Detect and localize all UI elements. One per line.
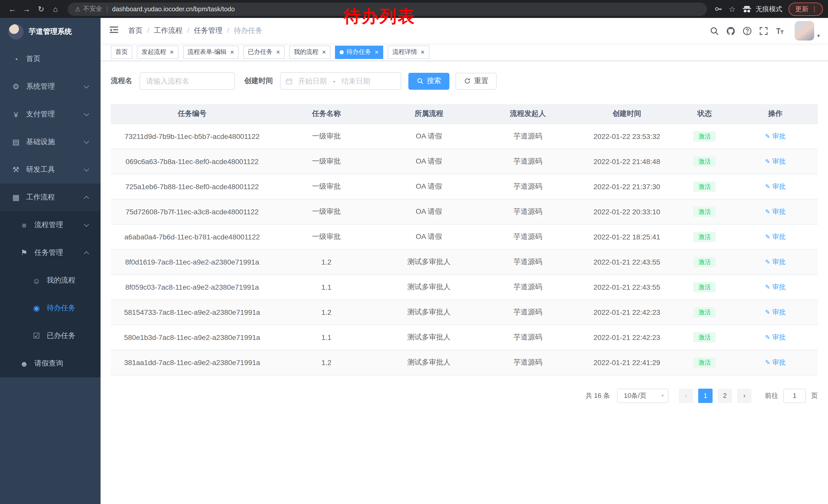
cell-task-name: 1.2 <box>274 249 379 274</box>
breadcrumb-item[interactable]: 待办任务 <box>234 26 262 35</box>
key-icon[interactable] <box>714 5 722 13</box>
cell-task-id: a6aba0a4-7b6d-11ec-b781-acde48001122 <box>111 224 274 249</box>
tab[interactable]: 流程表单-编辑 × <box>183 45 239 59</box>
cell-actions: ✎ 审批 <box>733 350 818 375</box>
edit-icon: ✎ <box>765 258 770 265</box>
chevron-icon <box>84 196 89 201</box>
edit-icon: ✎ <box>765 183 770 190</box>
edit-icon: ✎ <box>765 133 770 140</box>
table-row: 8f059c03-7ac8-11ec-a9e2-a2380e71991a 1.1… <box>111 274 818 300</box>
sidebar-menu: ◔ 首页 ⚙ 系统管理 ¥ 支付管理 ▤ 基 <box>0 45 100 377</box>
cell-task-name: 一级审批 <box>274 149 379 174</box>
process-name-input[interactable] <box>139 72 235 90</box>
cell-status: 激活 <box>676 300 733 325</box>
cell-actions: ✎ 审批 <box>733 199 818 224</box>
approve-button[interactable]: ✎ 审批 <box>765 282 786 291</box>
search-icon[interactable] <box>706 22 723 39</box>
prev-page-button[interactable]: ‹ <box>679 388 693 403</box>
update-button[interactable]: 更新 ⋮ <box>788 2 823 16</box>
breadcrumb-item[interactable]: 工作流程 <box>154 26 194 35</box>
date-range-picker[interactable]: - <box>280 72 401 90</box>
bookmark-star-icon[interactable]: ☆ <box>729 4 736 13</box>
cell-actions: ✎ 审批 <box>733 325 818 350</box>
approve-button[interactable]: ✎ 审批 <box>765 257 786 266</box>
approve-button[interactable]: ✎ 审批 <box>765 332 786 342</box>
cell-starter: 芋道源码 <box>479 199 577 224</box>
sidebar-menu-item[interactable]: ⚙ 系统管理 <box>0 73 100 100</box>
breadcrumb-item[interactable]: 任务管理 <box>194 26 234 35</box>
chevron-icon <box>84 166 89 172</box>
address-bar[interactable]: ⚠ 不安全 | dashboard.yudao.iocoder.cn/bpm/t… <box>68 2 707 16</box>
close-icon[interactable]: × <box>322 49 326 55</box>
column-header: 所属流程 <box>379 104 479 124</box>
tab[interactable]: 我的流程 × <box>289 45 331 59</box>
tab[interactable]: 待办任务 × <box>335 45 383 59</box>
cell-actions: ✎ 审批 <box>733 249 818 274</box>
cell-create-time: 2022-01-22 21:37:30 <box>577 174 676 199</box>
end-date-input[interactable] <box>336 77 375 85</box>
approve-button[interactable]: ✎ 审批 <box>765 307 786 317</box>
sidebar-menu-item[interactable]: ≡ 流程管理 <box>0 211 100 239</box>
close-icon[interactable]: × <box>276 49 280 55</box>
next-page-button[interactable]: › <box>737 388 752 403</box>
cell-create-time: 2022-01-22 21:48:48 <box>577 149 676 174</box>
cell-task-name: 1.2 <box>274 300 379 325</box>
cell-task-id: 8f059c03-7ac8-11ec-a9e2-a2380e71991a <box>111 274 274 300</box>
kebab-menu-icon[interactable]: ⋮ <box>811 5 818 13</box>
range-separator: - <box>333 77 335 85</box>
approve-button[interactable]: ✎ 审批 <box>765 207 786 216</box>
approve-button[interactable]: ✎ 审批 <box>765 132 786 141</box>
home-button[interactable]: ⌂ <box>48 2 63 16</box>
close-icon[interactable]: × <box>230 49 234 55</box>
user-icon: ☻ <box>18 359 30 368</box>
tab[interactable]: 首页 <box>111 45 132 59</box>
tab[interactable]: 已办任务 × <box>243 45 285 59</box>
back-button[interactable]: ← <box>5 2 19 16</box>
menu-item-label: 我的流程 <box>47 276 75 285</box>
sidebar-menu-item[interactable]: ¥ 支付管理 <box>0 100 100 128</box>
page-number-button[interactable]: 1 <box>698 388 713 403</box>
reset-button[interactable]: 重置 <box>456 73 497 89</box>
close-icon[interactable]: × <box>170 49 174 55</box>
tab[interactable]: 发起流程 × <box>137 45 178 59</box>
sidebar-menu-item[interactable]: ☻ 请假查询 <box>0 350 100 377</box>
approve-button[interactable]: ✎ 审批 <box>765 232 786 241</box>
cell-actions: ✎ 审批 <box>733 224 818 249</box>
user-avatar[interactable] <box>795 21 814 41</box>
github-icon[interactable] <box>723 22 739 39</box>
help-icon[interactable] <box>739 22 756 39</box>
sidebar-menu-item[interactable]: ☑ 已办任务 <box>0 322 100 350</box>
table-row: a6aba0a4-7b6d-11ec-b781-acde48001122 一级审… <box>111 224 818 249</box>
cell-starter: 芋道源码 <box>479 325 577 350</box>
sidebar-menu-item[interactable]: ☺ 我的流程 <box>0 267 100 294</box>
jump-page-input[interactable] <box>783 388 806 403</box>
sidebar-menu-item[interactable]: ⚑ 任务管理 <box>0 239 100 267</box>
tab[interactable]: 流程详情 × <box>388 45 429 59</box>
search-button[interactable]: 搜索 <box>408 73 449 89</box>
approve-button[interactable]: ✎ 审批 <box>765 358 786 367</box>
sidebar-menu-item[interactable]: ◔ 首页 <box>0 45 100 73</box>
column-header: 创建时间 <box>577 104 676 124</box>
approve-button[interactable]: ✎ 审批 <box>765 182 786 191</box>
forward-button[interactable]: → <box>19 2 34 16</box>
page-number-button[interactable]: 2 <box>718 388 732 403</box>
approve-button[interactable]: ✎ 审批 <box>765 156 786 166</box>
menu-item-label: 基础设施 <box>26 137 55 147</box>
calendar-icon <box>285 77 293 85</box>
chevron-down-icon[interactable]: ▾ <box>817 33 820 38</box>
close-icon[interactable]: × <box>375 49 379 55</box>
close-icon[interactable]: × <box>421 49 424 55</box>
sidebar-menu-item[interactable]: ⚒ 研发工具 <box>0 156 100 184</box>
eye-icon: ◉ <box>31 304 42 313</box>
sidebar-menu-item[interactable]: ◉ 待办任务 <box>0 294 100 322</box>
collapse-sidebar-icon[interactable] <box>109 25 121 37</box>
fullscreen-icon[interactable] <box>756 22 772 39</box>
sidebar-menu-item[interactable]: ▤ 基础设施 <box>0 128 100 156</box>
breadcrumb-item[interactable]: 首页 <box>128 26 154 35</box>
menu-item-label: 流程管理 <box>34 221 63 230</box>
font-size-icon[interactable] <box>772 22 788 39</box>
sidebar-menu-item[interactable]: ▦ 工作流程 <box>0 184 100 211</box>
page-size-select[interactable]: 10条/页 ▾ <box>617 388 668 403</box>
start-date-input[interactable] <box>293 77 332 85</box>
reload-button[interactable]: ↻ <box>34 2 48 16</box>
